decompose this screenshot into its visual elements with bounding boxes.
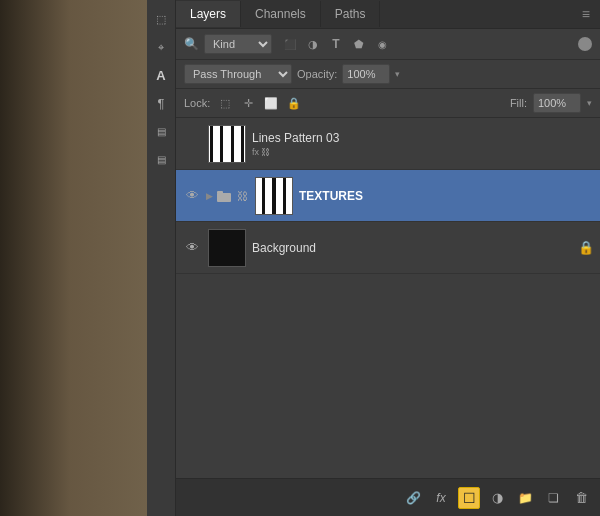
layer-lock-icon-background: 🔒 <box>578 240 594 255</box>
filter-smart-icon[interactable]: ◉ <box>373 35 391 53</box>
fill-label: Fill: <box>510 97 527 109</box>
lock-position-icon[interactable]: ✛ <box>239 94 257 112</box>
filter-shape-icon[interactable]: ⬟ <box>350 35 368 53</box>
panel-tabs: Layers Channels Paths ≡ <box>176 0 600 29</box>
tool-panel: ⬚ ⌖ A ¶ ▤ ▤ <box>147 0 175 516</box>
blend-opacity-row: Pass Through Opacity: 100% ▾ <box>176 60 600 89</box>
panel-menu-icon[interactable]: ≡ <box>572 0 600 28</box>
layer-fx-sub-icon: fx <box>252 147 259 157</box>
svg-rect-0 <box>217 193 231 202</box>
new-layer-icon[interactable]: ☐ <box>458 487 480 509</box>
fill-arrow[interactable]: ▾ <box>587 98 592 108</box>
layer-name-lines: Lines Pattern 03 <box>252 131 339 145</box>
layer-item-textures[interactable]: 👁 ▶ ⛓ TEXTURES <box>176 170 600 222</box>
lock-fill-row: Lock: ⬚ ✛ ⬜ 🔒 Fill: 100% ▾ <box>176 89 600 118</box>
filter-pixel-icon[interactable]: ⬛ <box>281 35 299 53</box>
lock-label: Lock: <box>184 97 210 109</box>
bottom-toolbar: 🔗 fx ☐ ◑ 📁 ❏ 🗑 <box>176 478 600 516</box>
delete-layer-icon[interactable]: 🗑 <box>570 487 592 509</box>
layer-item-lines-pattern[interactable]: 👁 Lines Pattern 03 fx ⛓ <box>176 118 600 170</box>
layer-sub-icons-lines: fx ⛓ <box>252 147 339 157</box>
lock-pixels-icon[interactable]: ⬚ <box>216 94 234 112</box>
type-tool[interactable]: A <box>150 64 172 86</box>
options-icon[interactable]: ▤ <box>150 148 172 170</box>
layer-folder-icon-textures <box>216 188 232 204</box>
layer-thumbnail-lines <box>208 125 246 163</box>
layer-name-background: Background <box>252 241 578 255</box>
opacity-label: Opacity: <box>297 68 337 80</box>
filter-row: 🔍 Kind ⬛ ◑ T ⬟ ◉ <box>176 29 600 60</box>
tab-channels[interactable]: Channels <box>241 1 321 27</box>
paragraph-tool[interactable]: ¶ <box>150 92 172 114</box>
layer-link-icon-textures: ⛓ <box>235 189 249 203</box>
filter-toggle[interactable] <box>578 37 592 51</box>
opacity-value[interactable]: 100% <box>342 64 390 84</box>
link-layers-icon[interactable]: 🔗 <box>402 487 424 509</box>
lock-all-icon[interactable]: 🔒 <box>285 94 303 112</box>
layer-thumbnail-background <box>208 229 246 267</box>
layer-item-background[interactable]: 👁 Background 🔒 <box>176 222 600 274</box>
canvas-area: ⬚ ⌖ A ¶ ▤ ▤ <box>0 0 175 516</box>
new-group-icon[interactable]: 📁 <box>514 487 536 509</box>
filter-adjust-icon[interactable]: ◑ <box>304 35 322 53</box>
fill-value[interactable]: 100% <box>533 93 581 113</box>
layers-list: 👁 Lines Pattern 03 fx ⛓ <box>176 118 600 478</box>
lasso-tool[interactable]: ⌖ <box>150 36 172 58</box>
lock-artboard-icon[interactable]: ⬜ <box>262 94 280 112</box>
layer-name-textures: TEXTURES <box>299 189 594 203</box>
new-adjustment-icon[interactable]: ◑ <box>486 487 508 509</box>
marquee-tool[interactable]: ⬚ <box>150 8 172 30</box>
blend-mode-select[interactable]: Pass Through <box>184 64 292 84</box>
lock-icons-group: ⬚ ✛ ⬜ 🔒 <box>216 94 303 112</box>
tab-layers[interactable]: Layers <box>176 1 241 27</box>
filter-icons-group: ⬛ ◑ T ⬟ ◉ <box>281 35 391 53</box>
layers-panel: Layers Channels Paths ≡ 🔍 Kind ⬛ ◑ T ⬟ ◉… <box>175 0 600 516</box>
filter-type-icon[interactable]: T <box>327 35 345 53</box>
layer-expand-textures[interactable]: ▶ <box>202 189 216 203</box>
kind-filter-select[interactable]: Kind <box>204 34 272 54</box>
opacity-arrow[interactable]: ▾ <box>395 69 400 79</box>
svg-rect-1 <box>217 191 223 194</box>
layer-thumbnail-textures-1 <box>255 177 293 215</box>
duplicate-layer-icon[interactable]: ❏ <box>542 487 564 509</box>
layer-panel-icon[interactable]: ▤ <box>150 120 172 142</box>
layer-link-sub-icon: ⛓ <box>261 147 270 157</box>
layer-visibility-background[interactable]: 👁 <box>182 238 202 258</box>
layer-visibility-textures[interactable]: 👁 <box>182 186 202 206</box>
layer-visibility-lines[interactable]: 👁 <box>182 134 202 154</box>
tab-paths[interactable]: Paths <box>321 1 381 27</box>
fx-icon[interactable]: fx <box>430 487 452 509</box>
search-icon: 🔍 <box>184 37 199 51</box>
